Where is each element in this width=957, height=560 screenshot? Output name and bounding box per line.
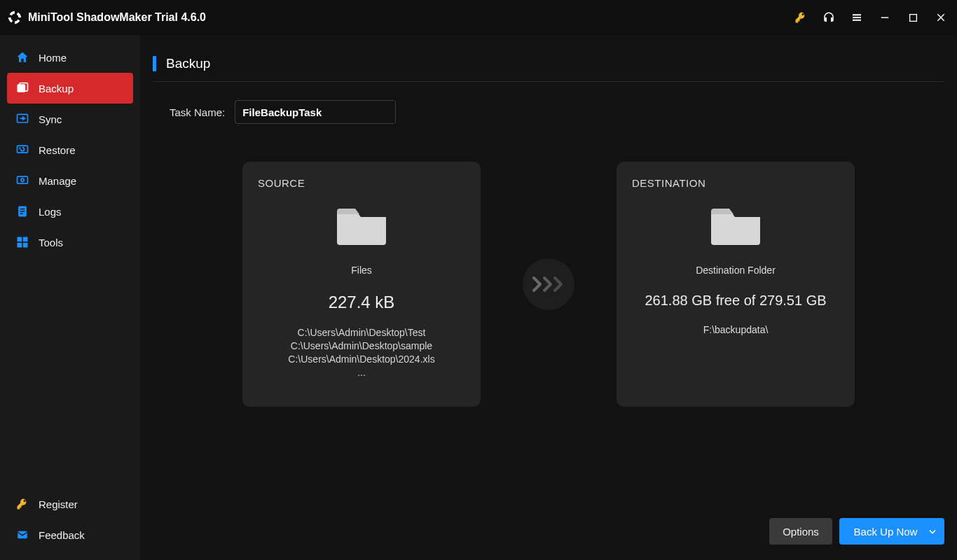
sidebar-item-label: Register [39, 498, 78, 510]
source-card[interactable]: SOURCE Files 227.4 kB C:\Users\Admin\Des… [242, 162, 481, 407]
svg-rect-13 [23, 237, 28, 242]
svg-rect-15 [23, 243, 28, 248]
backup-icon [15, 81, 29, 95]
cards-row: SOURCE Files 227.4 kB C:\Users\Admin\Des… [153, 162, 944, 407]
sidebar-item-tools[interactable]: Tools [7, 227, 133, 258]
task-name-input[interactable] [235, 100, 396, 124]
home-icon [15, 50, 29, 64]
destination-card[interactable]: DESTINATION Destination Folder 261.88 GB… [617, 162, 855, 407]
maximize-icon[interactable] [907, 11, 919, 24]
svg-rect-5 [18, 146, 28, 153]
sync-icon [15, 112, 29, 126]
destination-path: F:\backupdata\ [632, 324, 839, 335]
sidebar-item-label: Home [39, 52, 67, 64]
source-size: 227.4 kB [258, 293, 465, 312]
sidebar-item-register[interactable]: Register [7, 489, 133, 519]
destination-free: 261.88 GB free of 279.51 GB [632, 293, 839, 309]
sidebar-item-label: Feedback [39, 529, 85, 541]
page-header: Backup [153, 56, 944, 82]
dropdown-caret-icon [929, 526, 936, 538]
logs-icon [15, 204, 29, 218]
sidebar-item-label: Manage [39, 175, 76, 187]
sidebar-item-label: Sync [39, 113, 62, 125]
close-icon[interactable] [935, 11, 947, 24]
backup-now-label: Back Up Now [854, 526, 918, 538]
svg-rect-10 [20, 211, 25, 212]
app-logo-icon [7, 10, 22, 25]
svg-rect-6 [18, 176, 28, 183]
svg-rect-9 [20, 209, 25, 210]
svg-rect-1 [909, 14, 916, 21]
sidebar-item-restore[interactable]: Restore [7, 134, 133, 165]
sidebar-item-manage[interactable]: Manage [7, 165, 133, 196]
destination-heading: DESTINATION [632, 177, 839, 189]
sidebar: Home Backup Sync Restore [0, 35, 140, 560]
window-title: MiniTool ShadowMaker Trial 4.6.0 [28, 11, 206, 24]
menu-icon[interactable] [851, 11, 863, 24]
source-heading: SOURCE [258, 177, 465, 189]
sidebar-item-label: Tools [39, 237, 63, 248]
minimize-icon[interactable] [879, 11, 891, 24]
svg-point-7 [21, 178, 24, 181]
svg-rect-0 [881, 17, 889, 18]
source-path: C:\Users\Admin\Desktop\2024.xls [258, 353, 465, 366]
headset-icon[interactable] [822, 11, 835, 24]
source-path: C:\Users\Admin\Desktop\sample [258, 340, 465, 353]
footer-actions: Options Back Up Now [769, 518, 944, 545]
svg-rect-12 [18, 237, 22, 242]
main-panel: Backup Task Name: SOURCE Files 227.4 kB … [140, 35, 957, 560]
sidebar-item-label: Backup [39, 83, 74, 94]
backup-now-button[interactable]: Back Up Now [839, 518, 944, 545]
restore-icon [15, 143, 29, 157]
page-title: Backup [166, 56, 210, 71]
source-path: C:\Users\Admin\Desktop\Test [258, 326, 465, 340]
tools-icon [15, 235, 29, 249]
folder-icon [334, 202, 389, 248]
manage-icon [15, 174, 29, 188]
sidebar-item-label: Logs [39, 206, 62, 218]
folder-icon [708, 202, 763, 248]
sidebar-item-label: Restore [39, 144, 76, 156]
task-name-label: Task Name: [170, 106, 225, 118]
source-type-label: Files [258, 265, 465, 276]
sidebar-item-backup[interactable]: Backup [7, 73, 133, 104]
options-button[interactable]: Options [769, 518, 832, 545]
feedback-mail-icon [15, 528, 29, 542]
svg-rect-14 [18, 243, 22, 248]
register-key-icon [15, 497, 29, 511]
source-path-more: ... [258, 366, 465, 379]
source-paths: C:\Users\Admin\Desktop\Test C:\Users\Adm… [258, 326, 465, 379]
destination-type-label: Destination Folder [632, 265, 839, 276]
arrow-chevrons-icon [523, 258, 574, 310]
titlebar-right [794, 11, 947, 24]
titlebar: MiniTool ShadowMaker Trial 4.6.0 [0, 0, 957, 35]
sidebar-item-feedback[interactable]: Feedback [7, 519, 133, 550]
header-accent [153, 56, 156, 71]
task-name-row: Task Name: [153, 100, 944, 124]
sidebar-item-sync[interactable]: Sync [7, 104, 133, 134]
titlebar-left: MiniTool ShadowMaker Trial 4.6.0 [7, 10, 206, 25]
svg-rect-11 [20, 214, 23, 215]
key-icon[interactable] [794, 11, 807, 24]
sidebar-item-logs[interactable]: Logs [7, 196, 133, 227]
sidebar-item-home[interactable]: Home [7, 42, 133, 73]
